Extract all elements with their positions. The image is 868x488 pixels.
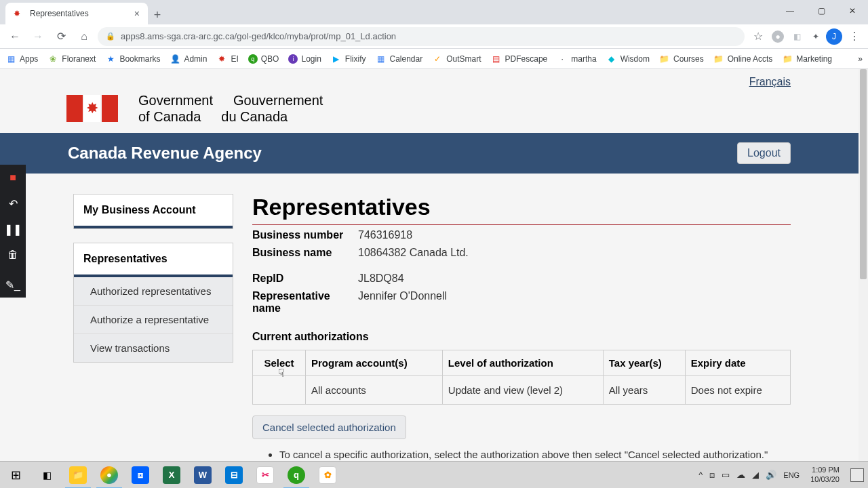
sidebar: My Business Account Representatives Auth… <box>73 194 233 461</box>
delete-button[interactable]: 🗑 <box>0 242 26 268</box>
draw-button[interactable]: ✎_ <box>0 272 26 298</box>
sidebar-box-account: My Business Account <box>73 194 233 229</box>
taskbar-dropbox[interactable]: ⧈ <box>125 462 156 489</box>
bookmark-item[interactable]: ★Bookmarks <box>105 54 160 64</box>
cell-years: All years <box>603 376 685 405</box>
value-business-name: 10864382 Canada Ltd. <box>358 247 469 259</box>
cell-level: Update and view (level 2) <box>442 376 603 405</box>
home-button[interactable]: ⌂ <box>75 27 94 46</box>
col-expiry: Expiry date <box>685 350 790 376</box>
maximize-button[interactable]: ▢ <box>806 0 837 22</box>
agency-bar: Canada Revenue Agency Logout <box>0 133 859 174</box>
label-repid: RepID <box>252 272 358 285</box>
cancel-authorization-button[interactable]: Cancel selected authorization <box>252 415 406 439</box>
bookmark-folder[interactable]: 📁Marketing <box>782 54 832 64</box>
label-business-number: Business number <box>252 229 358 241</box>
taskbar-excel[interactable]: X <box>156 462 187 489</box>
label-business-name: Business name <box>252 247 358 259</box>
bookmark-item[interactable]: ▦Calendar <box>376 54 423 64</box>
bookmark-item[interactable]: iLogin <box>288 54 321 64</box>
bookmark-item[interactable]: ✸EI <box>216 54 238 64</box>
tray-volume-icon[interactable]: 🔊 <box>766 470 776 480</box>
label-rep-name: Representative name <box>252 290 358 314</box>
recording-toolbar: ■ ↶ ❚❚ 🗑 ✎_ <box>0 165 26 298</box>
scrollbar[interactable] <box>859 69 868 461</box>
sidebar-item-transactions[interactable]: View transactions <box>74 334 233 362</box>
taskbar-quickbooks[interactable]: q <box>281 462 312 489</box>
canada-flag-icon: ✸ <box>66 95 118 122</box>
scrollbar-thumb[interactable] <box>860 69 867 279</box>
page-content: Français ✸ GovernmentGouvernement of Can… <box>0 69 859 461</box>
logout-button[interactable]: Logout <box>737 142 791 164</box>
language-toggle[interactable]: Français <box>749 76 791 87</box>
taskbar-snip[interactable]: ✂ <box>250 462 281 489</box>
bookmarks-overflow[interactable]: » <box>858 54 863 64</box>
bookmark-item[interactable]: ▤PDFescape <box>491 54 548 64</box>
taskbar-app[interactable]: ✿ <box>312 462 343 489</box>
value-business-number: 746316918 <box>358 229 412 241</box>
undo-button[interactable]: ↶ <box>0 190 26 216</box>
bookmark-item[interactable]: ◆Wisdom <box>606 54 650 64</box>
address-bar: ← → ⟳ ⌂ 🔒 apps8.ams-sga.cra-arc.gc.ca/go… <box>0 24 868 49</box>
sidebar-title-account[interactable]: My Business Account <box>74 195 233 228</box>
cell-select[interactable] <box>253 376 306 405</box>
task-view-button[interactable]: ◧ <box>31 462 62 489</box>
col-select: Select <box>253 350 306 376</box>
bookmark-item[interactable]: ▶Flixify <box>331 54 366 64</box>
taskbar-word[interactable]: W <box>187 462 218 489</box>
tray-language[interactable]: ENG <box>783 471 800 479</box>
col-level: Level of authorization <box>442 350 603 376</box>
close-window-button[interactable]: ✕ <box>837 0 868 22</box>
help-item: To cancel a specific authorization, sele… <box>279 449 791 460</box>
cell-expiry: Does not expire <box>685 376 790 405</box>
tab-title: Representatives <box>30 9 89 18</box>
extension-icon[interactable]: ● <box>772 30 784 43</box>
bookmark-item[interactable]: 👤Admin <box>170 54 207 64</box>
value-rep-name: Jennifer O'Donnell <box>358 290 447 314</box>
reload-button[interactable]: ⟳ <box>52 27 71 46</box>
tray-battery-icon[interactable]: ▭ <box>722 470 730 480</box>
profile-avatar[interactable]: J <box>826 28 842 45</box>
tray-onedrive-icon[interactable]: ☁ <box>736 470 745 480</box>
page-heading: Representatives <box>252 194 791 225</box>
sidebar-item-authorize[interactable]: Authorize a representative <box>74 306 233 334</box>
minimize-button[interactable]: — <box>774 0 806 22</box>
taskbar-chrome[interactable]: ● <box>94 462 125 489</box>
extension-icon[interactable]: ◧ <box>791 30 803 43</box>
bookmark-folder[interactable]: 📁Courses <box>659 54 704 64</box>
help-list: To cancel a specific authorization, sele… <box>252 449 791 461</box>
url-input[interactable]: 🔒 apps8.ams-sga.cra-arc.gc.ca/gol-ged/kl… <box>98 27 745 46</box>
table-row: All accounts Update and view (level 2) A… <box>253 376 791 405</box>
tray-chevron-icon[interactable]: ^ <box>698 470 703 480</box>
tray-dropbox-icon[interactable]: ⧈ <box>709 470 715 481</box>
tray-wifi-icon[interactable]: ◢ <box>752 470 759 480</box>
back-button[interactable]: ← <box>5 27 24 46</box>
apps-shortcut[interactable]: ▦Apps <box>5 54 38 64</box>
start-button[interactable]: ⊞ <box>0 462 31 489</box>
lock-icon: 🔒 <box>106 32 115 41</box>
extensions-menu-icon[interactable]: ✦ <box>810 30 822 43</box>
bookmarks-bar: ▦Apps ❀Floranext ★Bookmarks 👤Admin ✸EI q… <box>0 49 868 69</box>
browser-tab[interactable]: ✸ Representatives × <box>5 3 148 24</box>
notifications-button[interactable] <box>850 468 864 482</box>
bookmark-item[interactable]: qQBO <box>248 54 279 64</box>
taskbar-clock[interactable]: 1:09 PM 10/03/20 <box>806 466 844 483</box>
taskbar-calculator[interactable]: ⊟ <box>218 462 250 489</box>
pause-button[interactable]: ❚❚ <box>0 216 26 242</box>
star-icon[interactable]: ☆ <box>749 27 768 46</box>
sidebar-item-authorized[interactable]: Authorized representatives <box>74 277 233 306</box>
bookmark-item[interactable]: ·martha <box>557 54 596 64</box>
new-tab-button[interactable]: + <box>148 5 167 24</box>
bookmark-item[interactable]: ✓OutSmart <box>432 54 481 64</box>
sidebar-title-representatives[interactable]: Representatives <box>74 243 233 277</box>
forward-button[interactable]: → <box>28 27 47 46</box>
bookmark-item[interactable]: ❀Floranext <box>47 54 96 64</box>
bookmark-folder[interactable]: 📁Online Accts <box>713 54 773 64</box>
browser-menu-icon[interactable]: ⋮ <box>846 30 863 43</box>
record-stop-button[interactable]: ■ <box>0 165 26 190</box>
authorizations-table: Select Program account(s) Level of autho… <box>252 350 791 405</box>
government-wordmark: GovernmentGouvernement of Canadadu Canad… <box>138 92 323 125</box>
col-program: Program account(s) <box>306 350 443 376</box>
taskbar-file-explorer[interactable]: 📁 <box>62 462 94 489</box>
close-tab-icon[interactable]: × <box>134 8 140 19</box>
